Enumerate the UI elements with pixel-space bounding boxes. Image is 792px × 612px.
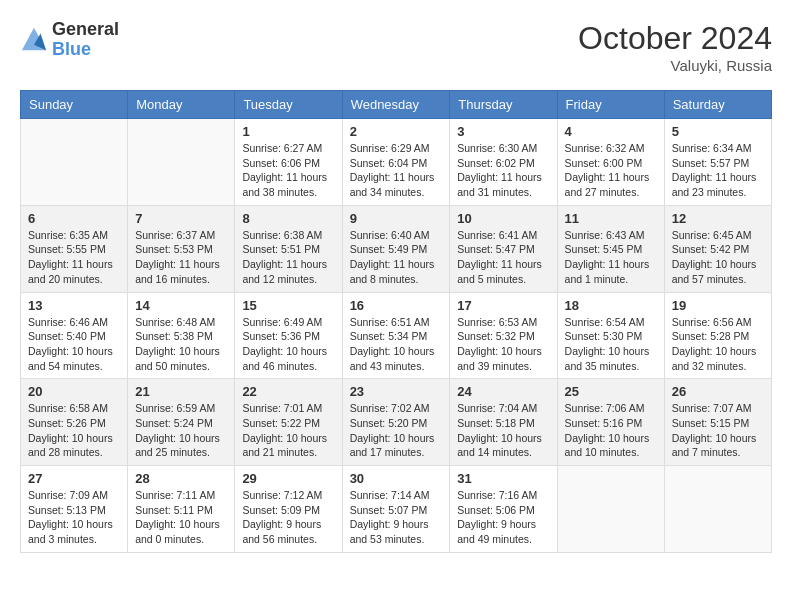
calendar-week-row: 6Sunrise: 6:35 AMSunset: 5:55 PMDaylight… <box>21 205 772 292</box>
calendar-cell <box>128 119 235 206</box>
calendar-cell: 8Sunrise: 6:38 AMSunset: 5:51 PMDaylight… <box>235 205 342 292</box>
day-number: 2 <box>350 124 443 139</box>
calendar-cell: 17Sunrise: 6:53 AMSunset: 5:32 PMDayligh… <box>450 292 557 379</box>
day-info: Sunrise: 6:35 AMSunset: 5:55 PMDaylight:… <box>28 228 120 287</box>
calendar-cell: 25Sunrise: 7:06 AMSunset: 5:16 PMDayligh… <box>557 379 664 466</box>
day-info: Sunrise: 6:41 AMSunset: 5:47 PMDaylight:… <box>457 228 549 287</box>
day-info: Sunrise: 7:07 AMSunset: 5:15 PMDaylight:… <box>672 401 764 460</box>
calendar-cell: 20Sunrise: 6:58 AMSunset: 5:26 PMDayligh… <box>21 379 128 466</box>
calendar-week-row: 13Sunrise: 6:46 AMSunset: 5:40 PMDayligh… <box>21 292 772 379</box>
calendar-cell: 26Sunrise: 7:07 AMSunset: 5:15 PMDayligh… <box>664 379 771 466</box>
calendar-cell: 1Sunrise: 6:27 AMSunset: 6:06 PMDaylight… <box>235 119 342 206</box>
calendar-cell: 2Sunrise: 6:29 AMSunset: 6:04 PMDaylight… <box>342 119 450 206</box>
day-info: Sunrise: 7:12 AMSunset: 5:09 PMDaylight:… <box>242 488 334 547</box>
calendar-cell: 23Sunrise: 7:02 AMSunset: 5:20 PMDayligh… <box>342 379 450 466</box>
day-info: Sunrise: 7:01 AMSunset: 5:22 PMDaylight:… <box>242 401 334 460</box>
day-number: 29 <box>242 471 334 486</box>
logo-blue: Blue <box>52 40 119 60</box>
day-number: 17 <box>457 298 549 313</box>
day-number: 8 <box>242 211 334 226</box>
day-number: 24 <box>457 384 549 399</box>
day-info: Sunrise: 6:30 AMSunset: 6:02 PMDaylight:… <box>457 141 549 200</box>
day-info: Sunrise: 7:02 AMSunset: 5:20 PMDaylight:… <box>350 401 443 460</box>
day-number: 23 <box>350 384 443 399</box>
day-number: 13 <box>28 298 120 313</box>
calendar-cell <box>664 466 771 553</box>
day-info: Sunrise: 6:40 AMSunset: 5:49 PMDaylight:… <box>350 228 443 287</box>
day-info: Sunrise: 6:53 AMSunset: 5:32 PMDaylight:… <box>457 315 549 374</box>
day-number: 20 <box>28 384 120 399</box>
calendar-cell: 24Sunrise: 7:04 AMSunset: 5:18 PMDayligh… <box>450 379 557 466</box>
page-header: General Blue October 2024 Valuyki, Russi… <box>20 20 772 74</box>
day-number: 26 <box>672 384 764 399</box>
logo-general: General <box>52 20 119 40</box>
calendar-week-row: 27Sunrise: 7:09 AMSunset: 5:13 PMDayligh… <box>21 466 772 553</box>
day-number: 3 <box>457 124 549 139</box>
calendar-cell: 6Sunrise: 6:35 AMSunset: 5:55 PMDaylight… <box>21 205 128 292</box>
month-year: October 2024 <box>578 20 772 57</box>
day-info: Sunrise: 6:34 AMSunset: 5:57 PMDaylight:… <box>672 141 764 200</box>
header-day: Friday <box>557 91 664 119</box>
day-number: 14 <box>135 298 227 313</box>
day-info: Sunrise: 6:38 AMSunset: 5:51 PMDaylight:… <box>242 228 334 287</box>
calendar-week-row: 20Sunrise: 6:58 AMSunset: 5:26 PMDayligh… <box>21 379 772 466</box>
logo-text: General Blue <box>52 20 119 60</box>
header-day: Saturday <box>664 91 771 119</box>
calendar-cell: 22Sunrise: 7:01 AMSunset: 5:22 PMDayligh… <box>235 379 342 466</box>
calendar-cell <box>21 119 128 206</box>
day-number: 1 <box>242 124 334 139</box>
calendar-cell: 19Sunrise: 6:56 AMSunset: 5:28 PMDayligh… <box>664 292 771 379</box>
day-number: 11 <box>565 211 657 226</box>
header-day: Wednesday <box>342 91 450 119</box>
calendar-week-row: 1Sunrise: 6:27 AMSunset: 6:06 PMDaylight… <box>21 119 772 206</box>
day-info: Sunrise: 6:27 AMSunset: 6:06 PMDaylight:… <box>242 141 334 200</box>
day-info: Sunrise: 6:59 AMSunset: 5:24 PMDaylight:… <box>135 401 227 460</box>
calendar-cell: 14Sunrise: 6:48 AMSunset: 5:38 PMDayligh… <box>128 292 235 379</box>
day-info: Sunrise: 6:32 AMSunset: 6:00 PMDaylight:… <box>565 141 657 200</box>
calendar-cell: 13Sunrise: 6:46 AMSunset: 5:40 PMDayligh… <box>21 292 128 379</box>
calendar-cell: 4Sunrise: 6:32 AMSunset: 6:00 PMDaylight… <box>557 119 664 206</box>
day-number: 18 <box>565 298 657 313</box>
day-number: 7 <box>135 211 227 226</box>
day-info: Sunrise: 7:16 AMSunset: 5:06 PMDaylight:… <box>457 488 549 547</box>
calendar-cell: 28Sunrise: 7:11 AMSunset: 5:11 PMDayligh… <box>128 466 235 553</box>
title-block: October 2024 Valuyki, Russia <box>578 20 772 74</box>
calendar-cell: 27Sunrise: 7:09 AMSunset: 5:13 PMDayligh… <box>21 466 128 553</box>
calendar-cell: 16Sunrise: 6:51 AMSunset: 5:34 PMDayligh… <box>342 292 450 379</box>
day-info: Sunrise: 6:56 AMSunset: 5:28 PMDaylight:… <box>672 315 764 374</box>
day-info: Sunrise: 7:09 AMSunset: 5:13 PMDaylight:… <box>28 488 120 547</box>
calendar-cell: 12Sunrise: 6:45 AMSunset: 5:42 PMDayligh… <box>664 205 771 292</box>
calendar-cell: 15Sunrise: 6:49 AMSunset: 5:36 PMDayligh… <box>235 292 342 379</box>
day-number: 27 <box>28 471 120 486</box>
header-row: SundayMondayTuesdayWednesdayThursdayFrid… <box>21 91 772 119</box>
calendar-cell <box>557 466 664 553</box>
day-number: 19 <box>672 298 764 313</box>
day-number: 30 <box>350 471 443 486</box>
day-info: Sunrise: 6:45 AMSunset: 5:42 PMDaylight:… <box>672 228 764 287</box>
day-number: 15 <box>242 298 334 313</box>
logo-icon <box>20 26 48 54</box>
day-number: 28 <box>135 471 227 486</box>
calendar-cell: 9Sunrise: 6:40 AMSunset: 5:49 PMDaylight… <box>342 205 450 292</box>
calendar-cell: 21Sunrise: 6:59 AMSunset: 5:24 PMDayligh… <box>128 379 235 466</box>
calendar-cell: 7Sunrise: 6:37 AMSunset: 5:53 PMDaylight… <box>128 205 235 292</box>
calendar-cell: 31Sunrise: 7:16 AMSunset: 5:06 PMDayligh… <box>450 466 557 553</box>
day-info: Sunrise: 6:29 AMSunset: 6:04 PMDaylight:… <box>350 141 443 200</box>
day-number: 10 <box>457 211 549 226</box>
calendar-cell: 10Sunrise: 6:41 AMSunset: 5:47 PMDayligh… <box>450 205 557 292</box>
calendar-cell: 3Sunrise: 6:30 AMSunset: 6:02 PMDaylight… <box>450 119 557 206</box>
logo: General Blue <box>20 20 119 60</box>
day-info: Sunrise: 6:46 AMSunset: 5:40 PMDaylight:… <box>28 315 120 374</box>
day-number: 22 <box>242 384 334 399</box>
calendar-cell: 29Sunrise: 7:12 AMSunset: 5:09 PMDayligh… <box>235 466 342 553</box>
location: Valuyki, Russia <box>578 57 772 74</box>
day-number: 31 <box>457 471 549 486</box>
header-day: Monday <box>128 91 235 119</box>
header-day: Sunday <box>21 91 128 119</box>
calendar-cell: 5Sunrise: 6:34 AMSunset: 5:57 PMDaylight… <box>664 119 771 206</box>
day-info: Sunrise: 6:48 AMSunset: 5:38 PMDaylight:… <box>135 315 227 374</box>
calendar-cell: 30Sunrise: 7:14 AMSunset: 5:07 PMDayligh… <box>342 466 450 553</box>
day-number: 12 <box>672 211 764 226</box>
header-day: Thursday <box>450 91 557 119</box>
day-info: Sunrise: 7:04 AMSunset: 5:18 PMDaylight:… <box>457 401 549 460</box>
